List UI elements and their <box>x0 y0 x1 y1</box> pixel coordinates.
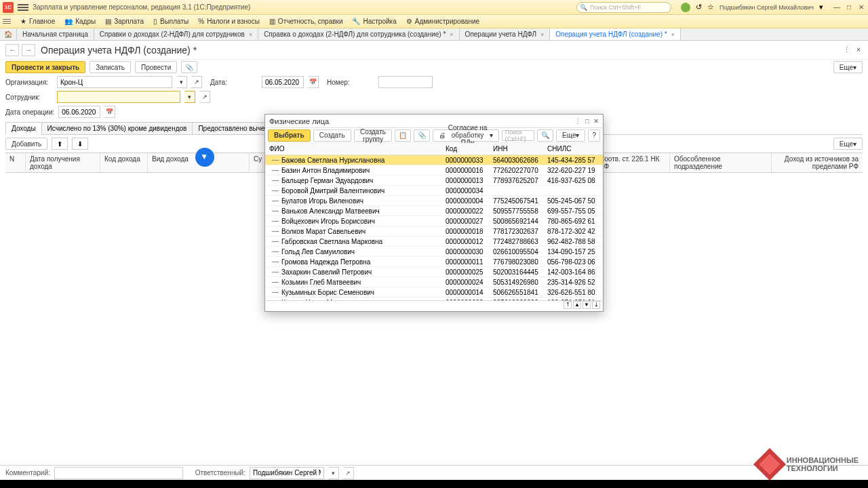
doctab-ischisleno[interactable]: Исчислено по 13% (30%) кроме дивидендов <box>41 122 193 134</box>
col-dohod[interactable]: Доход из источников за пределами РФ <box>772 153 863 172</box>
move-up-button[interactable]: ⬆ <box>52 138 68 150</box>
tab-home[interactable]: Начальная страница <box>17 28 94 40</box>
close-icon[interactable]: × <box>450 31 453 38</box>
tab-operacii[interactable]: Операции учета НДФЛ× <box>460 28 551 40</box>
col-su[interactable]: Су <box>250 153 263 172</box>
person-row[interactable]: Габровская Светлана Марковна000000001277… <box>265 237 603 247</box>
person-row[interactable]: Булатов Игорь Виленович00000000047752450… <box>265 196 603 206</box>
attach-button[interactable]: 📎 <box>181 61 197 73</box>
number-input[interactable] <box>378 76 433 88</box>
person-row[interactable]: Боровой Дмитрий Валентинович0000000034 <box>265 186 603 196</box>
tab-operaciya-create[interactable]: Операция учета НДФЛ (создание) *× <box>550 28 681 40</box>
calendar-icon[interactable]: 📅 <box>104 106 115 118</box>
menu-main[interactable]: ★ Главное <box>20 18 55 25</box>
person-row[interactable]: Волков Марат Савельевич00000000187781723… <box>265 226 603 237</box>
modal-menu-icon[interactable]: ⋮ <box>574 117 581 125</box>
scroll-top-icon[interactable]: ⤒ <box>564 301 572 309</box>
org-input[interactable] <box>57 76 172 88</box>
zapisat-button[interactable]: Записать <box>90 61 131 73</box>
menu-burger[interactable] <box>3 19 11 24</box>
back-button[interactable]: ← <box>5 44 19 56</box>
history-icon[interactable]: ↺ <box>696 3 702 12</box>
modal-maximize-icon[interactable]: □ <box>585 117 589 125</box>
scroll-down-icon[interactable]: ▼ <box>583 301 591 309</box>
modal-close-icon[interactable]: ✕ <box>593 117 599 125</box>
person-row[interactable]: Захаркин Савелий Петрович000000002550200… <box>265 267 603 277</box>
doctab-dohody[interactable]: Доходы <box>5 122 42 135</box>
search-button[interactable]: 🔍 <box>537 129 553 142</box>
menu-kadry[interactable]: 👥 Кадры <box>64 18 96 25</box>
attach-button[interactable]: 📎 <box>414 129 430 142</box>
maximize-icon[interactable]: □ <box>845 3 853 11</box>
forward-button[interactable]: → <box>22 44 35 56</box>
soglasie-button[interactable]: 🖨 Согласие на обработку ПДн ▾ <box>433 129 498 142</box>
opdate-input[interactable] <box>58 106 100 118</box>
dropdown-icon[interactable]: ▾ <box>176 76 187 88</box>
menu-zarplata[interactable]: ▤ Зарплата <box>105 18 144 25</box>
vybrat-button[interactable]: Выбрать <box>268 129 311 142</box>
calendar-icon[interactable]: 📅 <box>308 76 319 88</box>
date-input[interactable] <box>262 76 304 88</box>
minimize-icon[interactable]: — <box>833 3 841 11</box>
user-label[interactable]: Подшибякин Сергей Михайлович <box>719 4 814 11</box>
provesti-zakryt-button[interactable]: Провести и закрыть <box>5 61 85 73</box>
person-row[interactable]: Базин Антон Владимирович0000000016772620… <box>265 165 603 176</box>
col-fio[interactable]: ФИО <box>265 143 441 155</box>
col-226[interactable]: Соотв. ст. 226.1 НК РФ <box>595 153 670 172</box>
grid-eshche-button[interactable]: Еще ▾ <box>833 138 863 150</box>
sozdat-button[interactable]: Создать <box>313 129 351 142</box>
modal-eshche-button[interactable]: Еще ▾ <box>556 129 585 142</box>
burger-icon[interactable] <box>18 2 28 13</box>
person-row[interactable]: Войцехович Игорь Борисович00000000275008… <box>265 216 603 226</box>
doc-close-icon[interactable]: × <box>854 45 863 54</box>
doc-menu-icon[interactable]: ⋮ <box>842 45 850 54</box>
person-row[interactable]: Громова Надежда Петровна0000000011776798… <box>265 257 603 267</box>
person-row[interactable]: Бальцер Герман Эдуардович000000001377893… <box>265 176 603 186</box>
global-search[interactable]: 🔍 Поиск Ctrl+Shift+F <box>576 2 671 13</box>
move-down-button[interactable]: ⬇ <box>72 138 88 150</box>
user-dropdown-icon[interactable]: ▾ <box>819 3 823 12</box>
modal-search[interactable]: Поиск (Ctrl+F) <box>502 130 534 141</box>
close-icon[interactable]: × <box>540 31 544 38</box>
close-icon[interactable]: × <box>671 31 675 38</box>
open-icon[interactable]: ↗ <box>199 91 210 103</box>
add-button[interactable]: Добавить <box>5 138 47 150</box>
copy-button[interactable]: 📋 <box>395 129 411 142</box>
close-icon[interactable]: × <box>249 31 252 38</box>
person-row[interactable]: Козьмин Глеб Матвеевич000000002450531492… <box>265 277 603 287</box>
menu-admin[interactable]: ⚙ Администрирование <box>406 18 479 25</box>
open-icon[interactable]: ↗ <box>191 76 202 88</box>
dropdown-icon[interactable]: ▾ <box>184 91 195 103</box>
provesti-button[interactable]: Провести <box>135 61 177 73</box>
resp-input[interactable] <box>250 467 324 479</box>
notification-icon[interactable] <box>681 3 690 12</box>
menu-vyplaty[interactable]: ▯ Выплаты <box>153 18 189 25</box>
col-n[interactable]: N <box>5 153 26 172</box>
menu-nalogi[interactable]: % Налоги и взносы <box>198 18 260 25</box>
menu-otchet[interactable]: ▥ Отчетность, справки <box>269 18 343 25</box>
sotr-input[interactable] <box>57 91 180 103</box>
sozdat-gruppu-button[interactable]: Создать группу <box>354 129 393 142</box>
tab-home-icon[interactable]: 🏠 <box>0 28 17 40</box>
col-snils[interactable]: СНИЛС <box>543 143 597 155</box>
col-date[interactable]: Дата получения дохода <box>26 153 100 172</box>
person-row[interactable]: Гольд Лев Самуилович00000000300266100955… <box>265 247 603 257</box>
col-inn[interactable]: ИНН <box>489 143 543 155</box>
person-row[interactable]: Кузьминых Борис Семенович000000001450662… <box>265 287 603 298</box>
close-icon[interactable]: ✕ <box>857 3 865 11</box>
menu-nastr[interactable]: 🔧 Настройка <box>352 18 396 25</box>
scroll-up-icon[interactable]: ▲ <box>573 301 581 309</box>
dropdown-icon[interactable]: ▾ <box>328 467 339 479</box>
col-podrazd[interactable]: Обособленное подразделение <box>670 153 772 172</box>
col-kod[interactable]: Код <box>441 143 489 155</box>
tab-spravka-create[interactable]: Справка о доходах (2-НДФЛ) для сотрудник… <box>258 28 459 40</box>
person-row[interactable]: Бажова Светлана Нурислановна000000003356… <box>265 155 603 165</box>
star-icon[interactable]: ☆ <box>707 3 714 12</box>
col-kod[interactable]: Код дохода <box>100 153 148 172</box>
tab-spravki[interactable]: Справки о доходах (2-НДФЛ) для сотрудник… <box>94 28 258 40</box>
open-icon[interactable]: ↗ <box>343 467 354 479</box>
scroll-bottom-icon[interactable]: ⤓ <box>592 301 600 309</box>
help-button[interactable]: ? <box>588 129 600 142</box>
eshche-button[interactable]: Еще ▾ <box>833 61 863 73</box>
person-row[interactable]: Ваньков Александр Матвеевич0000000022509… <box>265 206 603 216</box>
